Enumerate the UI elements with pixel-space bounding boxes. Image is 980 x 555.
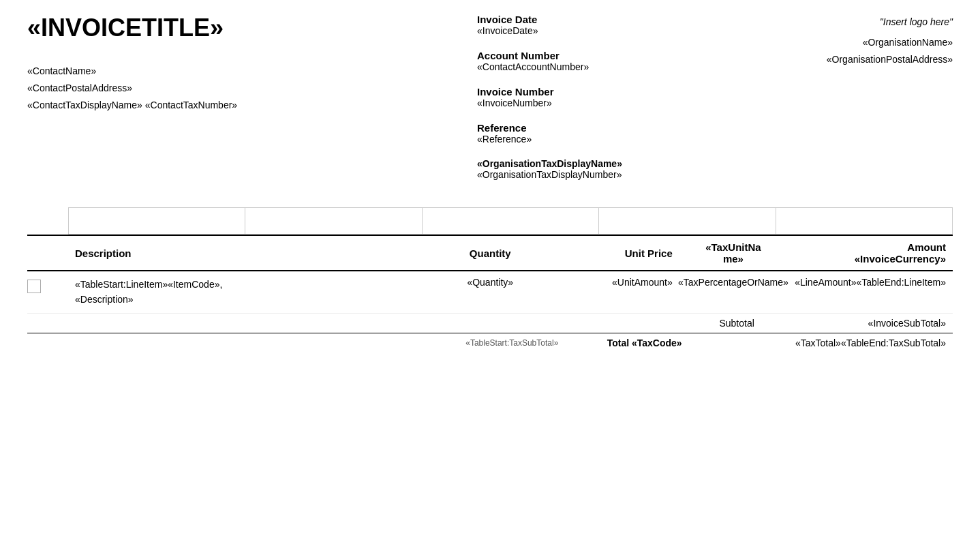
account-number-value: «ContactAccountNumber» xyxy=(477,61,786,72)
row-checkbox[interactable] xyxy=(27,280,41,293)
tax-table-start: «TableStart:TaxSubTotal» xyxy=(386,338,559,348)
data-line-amount: «LineAmount»«TableEnd:LineItem» xyxy=(794,277,953,288)
subtotal-value: «InvoiceSubTotal» xyxy=(761,318,953,329)
sep-box-1 xyxy=(68,207,245,235)
invoice-title: «INVOICETITLE» xyxy=(27,14,436,42)
contact-name: «ContactName» xyxy=(27,63,436,80)
reference-value: «Reference» xyxy=(477,134,786,145)
sep-box-5 xyxy=(776,207,953,235)
sep-box-2 xyxy=(245,207,422,235)
row-checkbox-col xyxy=(27,277,68,293)
tax-total-label: Total «TaxCode» xyxy=(558,338,731,348)
invoice-number-label: Invoice Number xyxy=(477,86,786,97)
data-description: «TableStart:LineItem»«ItemCode», «Descri… xyxy=(68,277,429,308)
col-header-unit-price: Unit Price xyxy=(551,247,672,259)
tax-total-value: «TaxTotal»«TableEnd:TaxSubTotal» xyxy=(731,338,953,348)
reference-label: Reference xyxy=(477,122,786,134)
col-header-description: Description xyxy=(68,247,429,259)
data-unit-amount: «UnitAmount» xyxy=(551,277,672,288)
sep-box-3 xyxy=(422,207,599,235)
col-header-tax-unit-name: «TaxUnitName» xyxy=(673,241,794,265)
col-header-quantity: Quantity xyxy=(429,247,551,259)
account-number-label: Account Number xyxy=(477,50,786,61)
subtotal-label: Subtotal xyxy=(459,318,761,329)
org-tax-display-number: «OrganisationTaxDisplayNumber» xyxy=(477,169,786,180)
logo-placeholder: "Insert logo here" xyxy=(827,14,953,31)
data-tax-percentage: «TaxPercentageOrName» xyxy=(673,277,794,288)
invoice-date-label: Invoice Date xyxy=(477,14,786,25)
invoice-date-value: «InvoiceDate» xyxy=(477,25,786,36)
contact-address: «ContactPostalAddress» xyxy=(27,80,436,97)
data-quantity: «Quantity» xyxy=(429,277,551,288)
org-name: «OrganisationName» xyxy=(827,34,953,51)
col-header-amount: Amount «InvoiceCurrency» xyxy=(794,241,953,265)
sep-box-4 xyxy=(598,207,776,235)
col-header-currency: «InvoiceCurrency» xyxy=(794,253,946,265)
org-tax-display-name: «OrganisationTaxDisplayName» xyxy=(477,158,786,169)
invoice-number-value: «InvoiceNumber» xyxy=(477,97,786,108)
contact-tax: «ContactTaxDisplayName» «ContactTaxNumbe… xyxy=(27,97,436,114)
org-postal-address: «OrganisationPostalAddress» xyxy=(827,51,953,68)
